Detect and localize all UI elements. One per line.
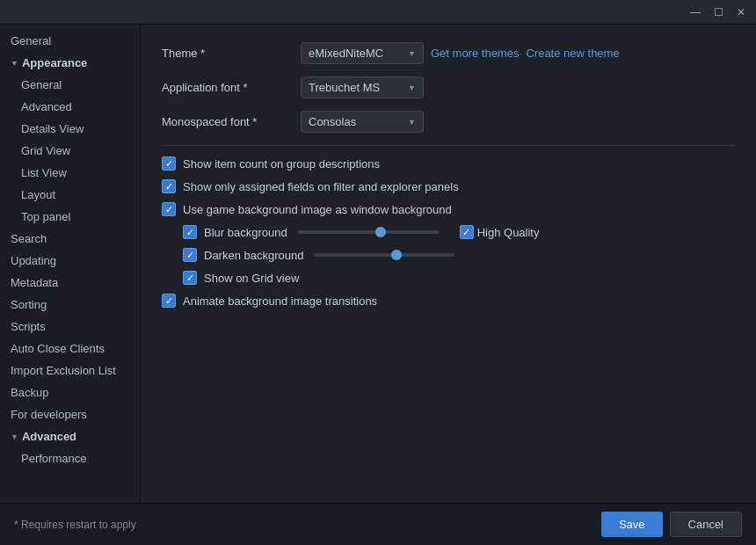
sidebar-label-appearance-list: List View (21, 166, 67, 179)
sidebar-label-appearance-layout: Layout (21, 188, 55, 201)
sub-options-group: ✓ Blur background ✓ High Quality ✓ (183, 225, 735, 285)
monofont-value: Consolas (309, 115, 356, 128)
sidebar-item-performance[interactable]: Performance (0, 447, 140, 469)
sidebar-item-appearance-layout[interactable]: Layout (0, 184, 140, 206)
sidebar-label-sorting: Sorting (11, 298, 47, 311)
save-button[interactable]: Save (601, 512, 663, 537)
checkbox-show-assigned-box[interactable]: ✓ (162, 179, 176, 193)
sidebar-label-appearance: Appearance (22, 56, 87, 69)
blur-label[interactable]: Blur background (204, 226, 287, 239)
blur-slider-thumb[interactable] (375, 227, 386, 237)
checkbox-use-game-bg-check: ✓ (165, 205, 173, 214)
sidebar-label-appearance-toppanel: Top panel (21, 210, 70, 223)
main-layout: General▼AppearanceGeneralAdvancedDetails… (0, 25, 756, 503)
titlebar: — ☐ ✕ (0, 0, 756, 25)
checkbox-show-assigned-check: ✓ (165, 182, 173, 192)
appfont-dropdown[interactable]: Trebuchet MS ▼ (301, 76, 424, 98)
sidebar-arrow-appearance: ▼ (11, 59, 18, 68)
animate-check: ✓ (165, 296, 173, 306)
sidebar-item-appearance-grid[interactable]: Grid View (0, 140, 140, 162)
checkbox-show-assigned-label[interactable]: Show only assigned fields on filter and … (183, 180, 459, 193)
appfont-row: Application font * Trebuchet MS ▼ (162, 76, 735, 98)
darken-slider-track[interactable] (314, 253, 454, 257)
monofont-label: Monospaced font * (162, 115, 294, 128)
checkbox-show-item-count-check: ✓ (165, 159, 173, 169)
checkbox-show-assigned: ✓ Show only assigned fields on filter an… (162, 179, 735, 193)
high-quality-row: ✓ High Quality (460, 225, 540, 239)
sidebar-item-sorting[interactable]: Sorting (0, 294, 140, 316)
appfont-value: Trebuchet MS (309, 81, 380, 94)
footer-note: * Requires restart to apply (14, 519, 136, 531)
darken-check: ✓ (186, 251, 194, 260)
show-on-grid-box[interactable]: ✓ (183, 271, 197, 285)
animate-row: ✓ Animate background image transitions (162, 294, 735, 308)
close-button[interactable]: ✕ (733, 4, 749, 20)
maximize-button[interactable]: ☐ (710, 4, 726, 20)
sidebar-label-advanced: Advanced (22, 430, 76, 443)
sidebar-label-metadata: Metadata (11, 276, 58, 289)
monofont-row: Monospaced font * Consolas ▼ (162, 111, 735, 133)
sidebar-label-appearance-advanced: Advanced (21, 100, 72, 113)
divider-1 (162, 145, 735, 146)
appfont-dropdown-arrow: ▼ (408, 84, 416, 92)
content-area: Theme * eMixedNiteMC ▼ Get more themes C… (141, 25, 756, 503)
sidebar-label-importexclusion: Import Exclusion List (11, 364, 116, 377)
sidebar-item-search[interactable]: Search (0, 228, 140, 250)
sidebar-item-appearance-details[interactable]: Details View (0, 118, 140, 140)
appfont-label: Application font * (162, 81, 294, 94)
animate-label[interactable]: Animate background image transitions (183, 294, 377, 308)
show-on-grid-label[interactable]: Show on Grid view (204, 272, 299, 285)
checkbox-show-item-count: ✓ Show item count on group descriptions (162, 156, 735, 171)
sidebar-item-appearance-general[interactable]: General (0, 74, 140, 96)
checkbox-use-game-bg-box[interactable]: ✓ (162, 202, 176, 216)
sidebar-item-scripts[interactable]: Scripts (0, 316, 140, 338)
blur-slider-track[interactable] (298, 230, 439, 234)
sidebar-label-appearance-details: Details View (21, 122, 84, 135)
minimize-button[interactable]: — (687, 4, 703, 20)
sidebar-item-appearance-advanced[interactable]: Advanced (0, 96, 140, 118)
sidebar-item-metadata[interactable]: Metadata (0, 272, 140, 294)
sidebar-label-fordevelopers: For developers (11, 408, 87, 421)
get-more-themes-link[interactable]: Get more themes (431, 47, 519, 60)
hq-checkbox-box[interactable]: ✓ (460, 225, 474, 239)
sidebar-item-appearance-list[interactable]: List View (0, 162, 140, 184)
darken-checkbox-box[interactable]: ✓ (183, 248, 197, 262)
blur-check: ✓ (186, 228, 194, 237)
sidebar-label-appearance-general: General (21, 78, 62, 91)
sidebar-item-updating[interactable]: Updating (0, 250, 140, 272)
show-on-grid-check: ✓ (186, 273, 194, 283)
checkbox-use-game-bg-label[interactable]: Use game background image as window back… (183, 203, 452, 216)
sidebar-item-appearance[interactable]: ▼Appearance (0, 52, 140, 74)
checkbox-use-game-bg: ✓ Use game background image as window ba… (162, 202, 735, 216)
checkbox-show-item-count-label[interactable]: Show item count on group descriptions (183, 157, 380, 171)
darken-slider-thumb[interactable] (391, 250, 402, 260)
footer-buttons: Save Cancel (601, 512, 742, 537)
blur-row: ✓ Blur background ✓ High Quality (183, 225, 735, 239)
sidebar-item-importexclusion[interactable]: Import Exclusion List (0, 360, 140, 382)
checkbox-show-item-count-box[interactable]: ✓ (162, 156, 176, 171)
sidebar-item-backup[interactable]: Backup (0, 382, 140, 403)
sidebar-item-general[interactable]: General (0, 30, 140, 52)
blur-checkbox-box[interactable]: ✓ (183, 225, 197, 239)
cancel-button[interactable]: Cancel (670, 512, 742, 537)
create-new-theme-link[interactable]: Create new theme (526, 47, 619, 60)
sidebar-label-search: Search (11, 232, 47, 245)
theme-label: Theme * (162, 47, 294, 60)
sidebar-item-advanced[interactable]: ▼Advanced (0, 425, 140, 447)
sidebar-label-appearance-grid: Grid View (21, 144, 70, 157)
sidebar-label-performance: Performance (21, 452, 86, 465)
sidebar: General▼AppearanceGeneralAdvancedDetails… (0, 25, 141, 503)
sidebar-item-autoclients[interactable]: Auto Close Clients (0, 338, 140, 360)
sidebar-label-updating: Updating (11, 254, 56, 267)
darken-label[interactable]: Darken background (204, 249, 303, 262)
show-on-grid-row: ✓ Show on Grid view (183, 271, 735, 285)
hq-label[interactable]: High Quality (477, 226, 540, 239)
sidebar-label-backup: Backup (11, 386, 48, 399)
monofont-dropdown[interactable]: Consolas ▼ (301, 111, 424, 133)
sidebar-item-appearance-toppanel[interactable]: Top panel (0, 206, 140, 228)
theme-value: eMixedNiteMC (309, 47, 383, 60)
animate-checkbox-box[interactable]: ✓ (162, 294, 176, 308)
theme-dropdown[interactable]: eMixedNiteMC ▼ (301, 42, 424, 64)
sidebar-label-autoclients: Auto Close Clients (11, 342, 105, 355)
sidebar-item-fordevelopers[interactable]: For developers (0, 403, 140, 425)
